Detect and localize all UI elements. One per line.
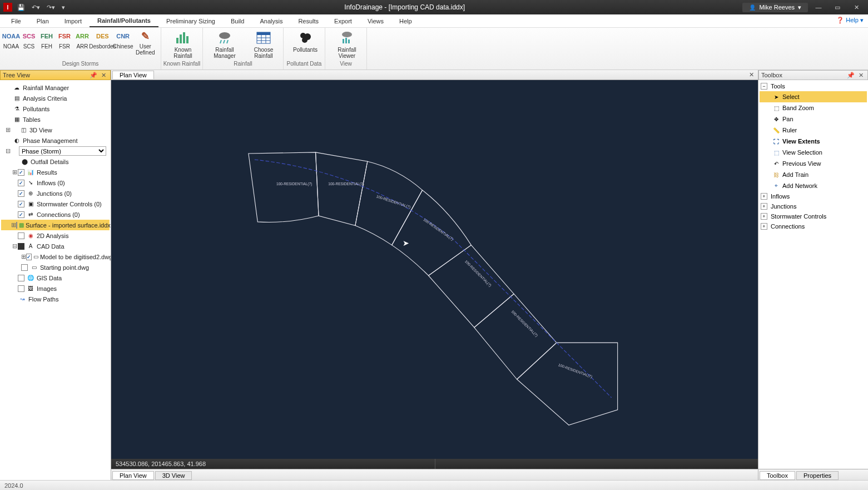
qat-customize-icon[interactable]: ▾ (60, 4, 67, 11)
section-inflows[interactable]: +Inflows (760, 191, 867, 201)
menu-analysis[interactable]: Analysis (252, 16, 290, 27)
pin-icon[interactable]: 📌 (90, 72, 97, 79)
collapse-icon[interactable]: ⊟ (11, 242, 18, 250)
ribbon-rainfall-manager[interactable]: Rainfall Manager (205, 29, 244, 60)
tree-3d-view[interactable]: ⊞◫3D View (1, 125, 110, 135)
checkbox[interactable] (18, 211, 24, 218)
ribbon-rainfall-viewer[interactable]: Rainfall Viewer (328, 29, 366, 60)
tool-add-network[interactable]: ⌖Add Network (760, 180, 867, 191)
ribbon-pollutants[interactable]: Pollutants (286, 29, 325, 54)
tree-starting-dwg[interactable]: ▭Starting point.dwg (1, 262, 110, 273)
tree-rainfall-manager[interactable]: ☁Rainfall Manager (1, 82, 110, 93)
tree-cad-data[interactable]: ⊟ACAD Data (1, 241, 110, 251)
ribbon-noaa[interactable]: NOAANOAA (2, 29, 20, 51)
ribbon-scs[interactable]: SCSSCS (20, 29, 38, 51)
plan-canvas[interactable]: 100-RESIDENTIAL(7) 100-RESIDENTIAL(7) 10… (111, 80, 758, 459)
ribbon-chinese[interactable]: CNRChinese (114, 29, 132, 51)
checkbox[interactable] (26, 254, 32, 260)
tab-properties[interactable]: Properties (796, 471, 839, 480)
checkbox[interactable] (18, 190, 24, 197)
menu-results[interactable]: Results (290, 16, 326, 27)
plan-view-tab[interactable]: Plan View (112, 71, 154, 79)
tool-add-train[interactable]: ⛓Add Train (760, 169, 867, 180)
expand-icon[interactable]: ⊞ (21, 253, 26, 260)
menu-plan[interactable]: Plan (29, 16, 57, 27)
section-tools[interactable]: −Tools (760, 81, 867, 91)
checkbox-mixed[interactable] (18, 243, 24, 250)
ribbon-known-rainfall[interactable]: Known Rainfall (163, 29, 202, 60)
tree-inflows[interactable]: ➘Inflows (0) (1, 177, 110, 188)
tree-tables[interactable]: ▦Tables (1, 114, 110, 125)
tool-ruler[interactable]: 📏Ruler (760, 125, 867, 136)
expand-icon[interactable]: ⊞ (11, 221, 16, 229)
section-connections[interactable]: +Connections (760, 221, 867, 231)
close-icon[interactable]: ✕ (857, 72, 865, 79)
tool-view-extents[interactable]: ⛶View Extents (760, 136, 867, 147)
close-icon[interactable]: ✕ (100, 72, 108, 79)
expand-icon[interactable]: ⊞ (4, 126, 11, 133)
ribbon-feh[interactable]: FEHFEH (38, 29, 56, 51)
ribbon-fsr[interactable]: FSRFSR (56, 29, 73, 51)
menu-help[interactable]: Help (391, 16, 420, 27)
pin-icon[interactable]: 📌 (847, 72, 855, 79)
close-icon[interactable]: ✕ (747, 71, 756, 78)
section-stormwater[interactable]: +Stormwater Controls (760, 211, 867, 221)
close-button[interactable]: ✕ (848, 2, 865, 13)
tree-results[interactable]: ⊞📊Results (1, 167, 110, 177)
qat-redo-icon[interactable]: ↷▾ (45, 4, 57, 11)
tree-surface[interactable]: ⊞▩Surface - imported surface.iddx (1, 220, 110, 230)
tree-stormwater[interactable]: ▣Stormwater Controls (0) (1, 199, 110, 209)
phase-select[interactable]: Phase (Storm) (19, 146, 106, 156)
section-junctions[interactable]: +Junctions (760, 201, 867, 211)
tree-junctions[interactable]: ⊕Junctions (0) (1, 188, 110, 199)
tree-2d-analysis[interactable]: ◉2D Analysis (1, 230, 110, 241)
minimize-button[interactable]: — (810, 2, 827, 13)
user-chip[interactable]: Mike Reeves ▾ (742, 3, 808, 12)
tab-3d-view[interactable]: 3D View (155, 471, 192, 480)
tree-pollutants[interactable]: ⚗Pollutants (1, 103, 110, 114)
menu-rainfall-pollutants[interactable]: Rainfall/Pollutants (90, 15, 158, 27)
tree-analysis-criteria[interactable]: ▤Analysis Criteria (1, 93, 110, 103)
tab-plan-view[interactable]: Plan View (112, 471, 154, 480)
tree-phase-management[interactable]: ◐Phase Management (1, 135, 110, 146)
ribbon-user-defined[interactable]: ✎User Defined (132, 29, 158, 57)
help-link[interactable]: ❓ Help ▾ (836, 17, 864, 24)
checkbox[interactable] (18, 201, 24, 207)
tool-pan[interactable]: ✥Pan (760, 113, 867, 125)
maximize-button[interactable]: ▭ (829, 2, 846, 13)
menu-preliminary-sizing[interactable]: Preliminary Sizing (158, 16, 223, 27)
expand-icon[interactable]: + (761, 203, 767, 210)
checkbox[interactable] (18, 180, 24, 186)
expand-icon[interactable]: + (761, 213, 767, 220)
menu-views[interactable]: Views (360, 16, 391, 27)
tree-flow-paths[interactable]: ↝Flow Paths (1, 294, 110, 304)
tool-band-zoom[interactable]: ⬚Band Zoom (760, 102, 867, 113)
tab-toolbox[interactable]: Toolbox (760, 471, 795, 480)
tool-view-selection[interactable]: ⬚View Selection (760, 147, 867, 158)
menu-file[interactable]: File (3, 16, 29, 27)
checkbox[interactable] (21, 264, 28, 271)
qat-undo-icon[interactable]: ↶▾ (30, 4, 42, 11)
tree-images[interactable]: 🖼Images (1, 283, 110, 294)
ribbon-desbordes[interactable]: DESDesbordes (91, 29, 114, 51)
menu-build[interactable]: Build (223, 16, 252, 27)
expand-icon[interactable]: + (761, 223, 767, 230)
checkbox[interactable] (18, 169, 24, 176)
expand-icon[interactable]: + (761, 193, 767, 200)
checkbox[interactable] (18, 232, 24, 239)
tree-model-dwg[interactable]: ⊞▭Model to be digitised2.dwg (1, 251, 110, 262)
ribbon-choose-rainfall[interactable]: Choose Rainfall (244, 29, 283, 60)
collapse-icon[interactable]: − (761, 83, 767, 90)
tree-outfall-details[interactable]: ⬤Outfall Details (1, 156, 110, 167)
tool-select[interactable]: ➤Select (760, 91, 867, 102)
menu-import[interactable]: Import (57, 16, 90, 27)
qat-save-icon[interactable]: 💾 (16, 4, 27, 11)
checkbox[interactable] (16, 222, 17, 229)
checkbox[interactable] (18, 285, 24, 292)
tree-gis-data[interactable]: 🌐GIS Data (1, 273, 110, 283)
menu-export[interactable]: Export (326, 16, 360, 27)
checkbox[interactable] (18, 275, 24, 281)
expand-icon[interactable]: ⊞ (11, 169, 18, 176)
collapse-icon[interactable]: ⊟ (4, 147, 11, 155)
tree-connections[interactable]: ⇄Connections (0) (1, 209, 110, 220)
